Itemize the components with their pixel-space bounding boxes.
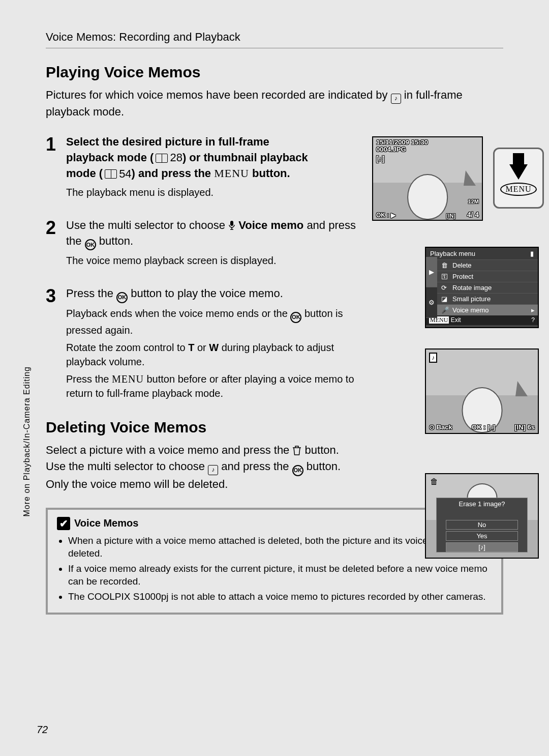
key-icon: ⚿ <box>441 273 449 281</box>
step-1-sub: The playback menu is displayed. <box>66 185 320 199</box>
step-2-number: 2 <box>46 218 66 271</box>
in-time: [IN] 6s <box>514 423 535 431</box>
page-header: Voice Memos: Recording and Playback <box>46 31 503 48</box>
erase-prompt: Erase 1 image? <box>459 500 505 508</box>
ok-icon: OK <box>85 239 96 250</box>
voice-memo-file-icon: ♪ <box>208 465 218 475</box>
svg-rect-0 <box>230 221 233 226</box>
book-icon <box>105 169 117 179</box>
arrow-down-icon <box>509 164 528 180</box>
menu-item-protect: ⚿Protect <box>426 271 538 282</box>
note-item: If a voice memo already exists for the c… <box>68 562 492 588</box>
menu-button-illustration: MENU <box>493 148 544 209</box>
note-item: The COOLPIX S1000pj is not able to attac… <box>68 590 492 603</box>
lcd-timestamp: 15/11/2009 15:30 <box>376 138 428 146</box>
page-number: 72 <box>37 724 48 736</box>
menu-button-label: MENU <box>500 183 536 196</box>
back-label: ⊙ Back <box>429 423 452 431</box>
step-3-title: Press the OK button to play the voice me… <box>66 286 361 303</box>
battery-icon: ▮ <box>530 250 534 257</box>
step-3-p1: Playback ends when the voice memo ends o… <box>66 306 361 337</box>
mic-icon <box>228 219 235 228</box>
section-playing-title: Playing Voice Memos <box>46 64 503 81</box>
help-icon: ? <box>531 316 535 324</box>
ok-icon: OK <box>292 465 303 476</box>
playback-menu-title: Playback menu <box>430 250 475 257</box>
menu-label: MENU <box>214 167 249 180</box>
erase-option-no: No <box>446 520 518 530</box>
erase-option-voice-memo: [♪] <box>446 542 518 552</box>
book-icon <box>156 154 168 163</box>
step-3-number: 3 <box>46 286 66 403</box>
boat-illustration <box>464 170 476 186</box>
lcd-mode: 12M <box>468 198 479 205</box>
tab-playback-icon: ▶ <box>426 257 437 287</box>
notes-title: Voice Memos <box>74 517 138 529</box>
erase-option-yes: Yes <box>446 531 518 541</box>
side-tab-label: More on Playback/In-Camera Editing <box>22 366 32 516</box>
step-2-title: Use the multi selector to choose Voice m… <box>66 218 361 251</box>
trash-icon: 🗑 <box>441 261 449 270</box>
lcd-filename: 0004.JPG <box>376 146 406 153</box>
person-illustration <box>398 174 458 220</box>
boat-illustration <box>515 381 528 396</box>
step-1-title: Select the desired picture in full-frame… <box>66 134 320 182</box>
trash-icon: 🗑 <box>430 477 438 486</box>
check-badge-icon: ✔ <box>57 517 70 530</box>
lcd-screen-erase-dialog: 🗑 Erase 1 image? No Yes [♪] <box>425 473 539 559</box>
ok-play-hint: OK : [♪] <box>472 423 495 431</box>
step-1-number: 1 <box>46 134 66 202</box>
menu-item-delete: 🗑Delete <box>426 259 538 271</box>
trash-icon <box>292 444 301 454</box>
lcd-screen-playback: 15/11/2009 15:30 0004.JPG [♪] 12M 4/ 4 [… <box>372 136 483 221</box>
step-3-p2: Rotate the zoom control to T or W during… <box>66 340 361 369</box>
voice-memo-icon: ♪ <box>391 94 401 104</box>
intro-paragraph: Pictures for which voice memos have been… <box>46 87 503 120</box>
voice-memo-indicator-icon: [♪] <box>376 155 384 163</box>
lcd-screen-voice-memo: ♪ ⊙ Back OK : [♪] [IN] 6s <box>425 348 539 434</box>
step-3-p3: Press the MENU button before or after pl… <box>66 372 361 400</box>
voice-memo-indicator-icon: ♪ <box>429 353 437 363</box>
ok-icon: OK <box>290 312 301 323</box>
ok-icon: OK <box>116 292 128 303</box>
step-2-sub: The voice memo playback screen is displa… <box>66 253 361 268</box>
